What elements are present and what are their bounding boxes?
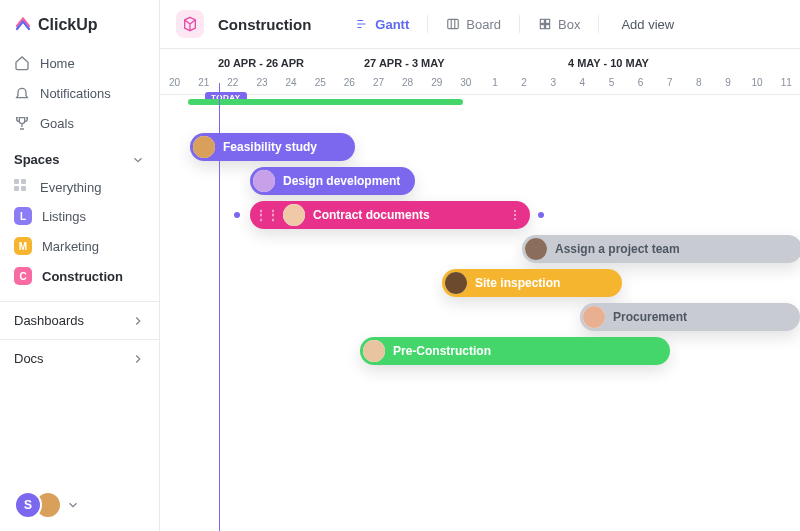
tab-label: Board	[466, 17, 501, 32]
divider	[519, 15, 520, 33]
gantt-body: Feasibility study Design development ⋮⋮ …	[160, 95, 800, 371]
day-cell: 27	[364, 73, 393, 94]
day-cell: 4	[568, 73, 597, 94]
task-label: Feasibility study	[223, 140, 317, 154]
day-cell: 23	[247, 73, 276, 94]
range-label: 27 APR - 3 MAY	[364, 49, 568, 73]
sidebar-user-avatars[interactable]: S	[0, 479, 159, 531]
svg-point-8	[525, 238, 547, 260]
day-cell: 2	[510, 73, 539, 94]
svg-rect-0	[448, 19, 459, 28]
bell-icon	[14, 85, 30, 101]
chevron-right-icon	[131, 314, 145, 328]
main: Construction Gantt Board Box	[160, 0, 800, 531]
task-bar-assign-team[interactable]: Assign a project team	[522, 235, 800, 263]
avatar-icon	[583, 306, 605, 328]
sidebar-space-marketing[interactable]: M Marketing	[0, 231, 159, 261]
gantt-chart[interactable]: 20 APR - 26 APR 27 APR - 3 MAY 4 MAY - 1…	[160, 49, 800, 531]
chevron-down-icon	[66, 498, 80, 512]
task-bar-feasibility[interactable]: Feasibility study	[190, 133, 355, 161]
spaces-header[interactable]: Spaces	[0, 140, 159, 173]
tab-box[interactable]: Box	[528, 11, 590, 38]
task-bar-pre-construction[interactable]: Pre-Construction	[360, 337, 670, 365]
nav-home-label: Home	[40, 56, 75, 71]
gantt-range-header: 20 APR - 26 APR 27 APR - 3 MAY 4 MAY - 1…	[160, 49, 800, 73]
day-cell: 1	[480, 73, 509, 94]
nav-notifications[interactable]: Notifications	[0, 78, 159, 108]
home-icon	[14, 55, 30, 71]
spaces-header-label: Spaces	[14, 152, 60, 167]
sidebar-dashboards-label: Dashboards	[14, 313, 84, 328]
tab-board[interactable]: Board	[436, 11, 511, 38]
day-cell: 9	[713, 73, 742, 94]
svg-point-7	[283, 204, 305, 226]
day-cell: 8	[684, 73, 713, 94]
day-cell: 3	[539, 73, 568, 94]
svg-rect-4	[546, 25, 550, 29]
divider	[598, 15, 599, 33]
avatar-icon	[193, 136, 215, 158]
add-view-button[interactable]: Add view	[607, 11, 682, 38]
day-cell: 11	[772, 73, 800, 94]
avatar-icon	[283, 204, 305, 226]
day-cell: 7	[655, 73, 684, 94]
clickup-logo-icon	[14, 14, 32, 36]
gantt-day-header: TODAY 2021222324252627282930123456789101…	[160, 73, 800, 95]
avatar: S	[14, 491, 42, 519]
sidebar-space-label: Listings	[42, 209, 86, 224]
box-icon	[538, 17, 552, 31]
task-label: Pre-Construction	[393, 344, 491, 358]
brand-name: ClickUp	[38, 16, 98, 34]
avatar-icon	[363, 340, 385, 362]
sidebar-docs-label: Docs	[14, 351, 44, 366]
nav-home[interactable]: Home	[0, 48, 159, 78]
svg-rect-3	[540, 25, 544, 29]
sidebar-everything[interactable]: Everything	[0, 173, 159, 201]
overall-progress-bar	[188, 99, 463, 105]
space-badge-c: C	[14, 267, 32, 285]
day-cell: 20	[160, 73, 189, 94]
task-label: Site inspection	[475, 276, 560, 290]
task-bar-site-inspection[interactable]: Site inspection	[442, 269, 622, 297]
task-label: Procurement	[613, 310, 687, 324]
dependency-dot[interactable]	[234, 212, 240, 218]
today-line	[219, 83, 220, 531]
tab-gantt[interactable]: Gantt	[345, 11, 419, 38]
task-label: Assign a project team	[555, 242, 680, 256]
task-label: Contract documents	[313, 208, 430, 222]
day-cell: 29	[422, 73, 451, 94]
avatar-icon	[253, 170, 275, 192]
sidebar-space-construction[interactable]: C Construction	[0, 261, 159, 291]
task-label: Design development	[283, 174, 400, 188]
range-label: 4 MAY - 10 MAY	[568, 49, 800, 73]
day-cell: 28	[393, 73, 422, 94]
sidebar-space-listings[interactable]: L Listings	[0, 201, 159, 231]
sidebar-docs[interactable]: Docs	[0, 339, 159, 377]
nav-goals[interactable]: Goals	[0, 108, 159, 138]
chevron-right-icon	[131, 352, 145, 366]
chevron-down-icon	[131, 153, 145, 167]
page-title: Construction	[218, 16, 311, 33]
dependency-dot[interactable]	[538, 212, 544, 218]
day-cell: 22	[218, 73, 247, 94]
sidebar-dashboards[interactable]: Dashboards	[0, 301, 159, 339]
day-cell: 25	[306, 73, 335, 94]
svg-point-11	[363, 340, 385, 362]
gantt-icon	[355, 17, 369, 31]
nav-goals-label: Goals	[40, 116, 74, 131]
svg-point-9	[445, 272, 467, 294]
task-bar-procurement[interactable]: Procurement	[580, 303, 800, 331]
space-badge-m: M	[14, 237, 32, 255]
topbar: Construction Gantt Board Box	[160, 0, 800, 49]
sidebar: ClickUp Home Notifications Goals Spaces …	[0, 0, 160, 531]
drag-handle-icon[interactable]: ⋮⋮	[255, 208, 279, 222]
day-cell: 5	[597, 73, 626, 94]
brand-logo[interactable]: ClickUp	[0, 0, 159, 46]
task-bar-design[interactable]: Design development	[250, 167, 415, 195]
grid-icon	[14, 179, 30, 195]
day-cell: 21	[189, 73, 218, 94]
drag-handle-icon[interactable]	[508, 210, 516, 220]
task-bar-contract[interactable]: ⋮⋮ Contract documents	[250, 201, 530, 229]
svg-rect-2	[546, 19, 550, 23]
add-view-label: Add view	[621, 17, 674, 32]
